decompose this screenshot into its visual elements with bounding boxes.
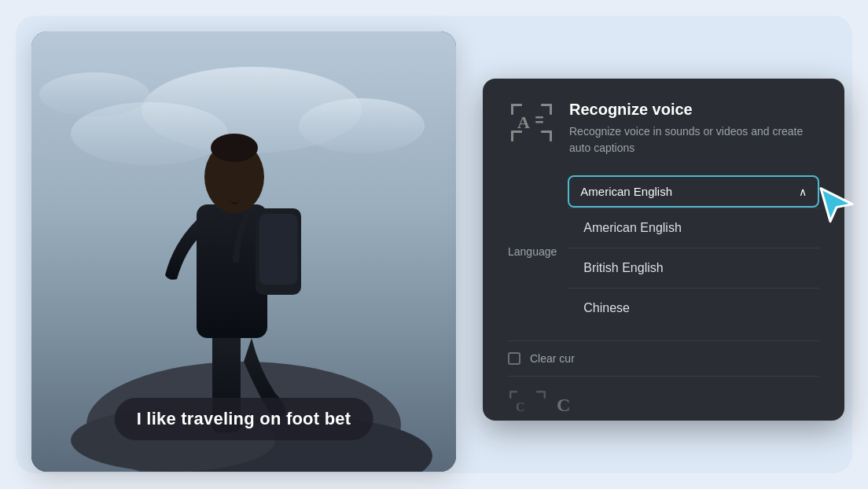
language-dropdown[interactable]: American English ∧ American English Brit… — [568, 175, 819, 328]
checkbox-row: Clear cur — [508, 340, 819, 376]
panel-title: Recognize voice — [569, 101, 819, 119]
panel-header: A Recognize voice Recognize voice in sou… — [508, 101, 819, 156]
panel-description: Recognize voice in sounds or videos and … — [569, 123, 819, 156]
svg-rect-23 — [535, 116, 543, 119]
svg-point-11 — [211, 134, 258, 162]
svg-rect-29 — [544, 391, 546, 399]
subtitle-text: I like traveling on foot bet — [137, 409, 351, 428]
svg-rect-28 — [536, 391, 544, 393]
bottom-letter: C — [557, 395, 570, 416]
dropdown-item-chinese[interactable]: Chinese — [568, 289, 819, 328]
svg-rect-27 — [509, 391, 512, 399]
voice-recognition-icon: A — [508, 101, 555, 145]
svg-rect-24 — [535, 121, 543, 123]
dropdown-item-american-english[interactable]: American English — [568, 208, 819, 248]
language-dropdown-trigger[interactable]: American English ∧ — [568, 175, 819, 208]
language-row: Language American English ∧ American Eng… — [508, 175, 819, 328]
selected-language-text: American English — [580, 185, 672, 198]
svg-marker-25 — [821, 188, 852, 221]
svg-rect-21 — [550, 131, 552, 142]
svg-text:C: C — [516, 400, 525, 414]
bottom-voice-icon: C — [508, 389, 546, 421]
photo-card: I like traveling on foot bet — [31, 31, 456, 472]
dropdown-item-british-english[interactable]: British English — [568, 248, 819, 289]
language-dropdown-menu: American English British English Chinese — [568, 208, 819, 328]
svg-point-4 — [39, 72, 149, 116]
svg-text:A: A — [517, 112, 530, 132]
clear-label: Clear cur — [530, 352, 575, 365]
svg-rect-17 — [550, 104, 552, 115]
panel-title-block: Recognize voice Recognize voice in sound… — [569, 101, 819, 156]
language-label: Language — [508, 245, 557, 258]
cursor-arrow-icon — [816, 183, 857, 224]
svg-rect-13 — [259, 214, 297, 285]
chevron-up-icon: ∧ — [799, 186, 807, 198]
recognize-voice-panel: A Recognize voice Recognize voice in sou… — [483, 79, 844, 421]
subtitle-bar: I like traveling on foot bet — [115, 398, 373, 440]
svg-rect-19 — [511, 131, 513, 142]
svg-rect-15 — [511, 104, 513, 115]
clear-checkbox[interactable] — [508, 352, 520, 365]
svg-point-3 — [299, 98, 425, 153]
panel-bottom: C C — [508, 376, 819, 421]
